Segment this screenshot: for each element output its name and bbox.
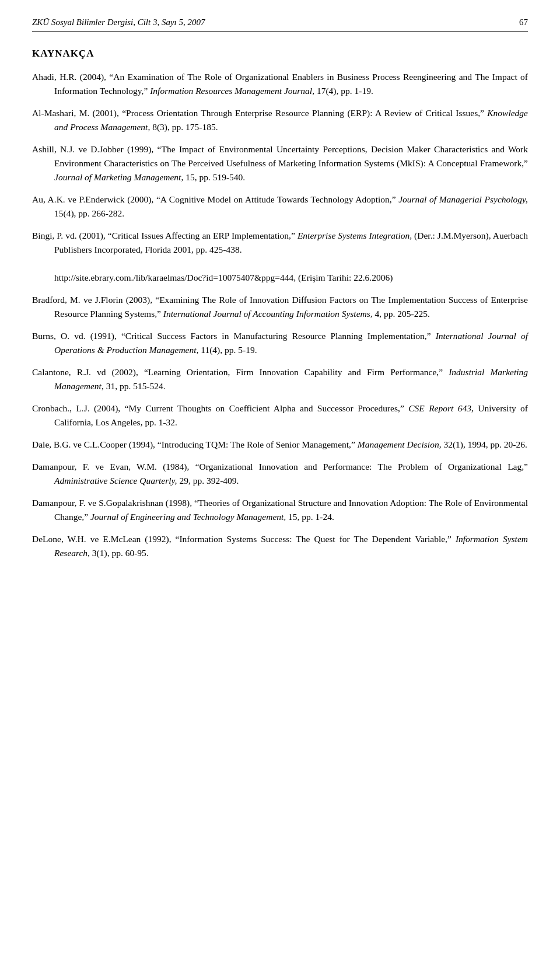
page: ZKÜ Sosyal Bilimler Dergisi, Cilt 3, Say… (0, 0, 560, 957)
ref-damanpour1: Damanpour, F. ve Evan, W.M. (1984), “Org… (32, 460, 528, 488)
ref-bradford: Bradford, M. ve J.Florin (2003), “Examin… (32, 293, 528, 321)
ref-ashill: Ashill, N.J. ve D.Jobber (1999), “The Im… (32, 142, 528, 184)
ref-almashari: Al-Mashari, M. (2001), “Process Orientat… (32, 106, 528, 134)
ref-damanpour2: Damanpour, F. ve S.Gopalakrishnan (1998)… (32, 496, 528, 524)
page-header: ZKÜ Sosyal Bilimler Dergisi, Cilt 3, Say… (32, 18, 528, 32)
ref-cronbach: Cronbach., L.J. (2004), “My Current Thou… (32, 401, 528, 429)
ref-dale: Dale, B.G. ve C.L.Cooper (1994), “Introd… (32, 438, 528, 452)
ref-au: Au, A.K. ve P.Enderwick (2000), “A Cogni… (32, 193, 528, 221)
section-title: KAYNAKÇA (32, 48, 528, 60)
page-number: 67 (519, 18, 528, 27)
references-list: Ahadi, H.R. (2004), “An Examination of T… (32, 70, 528, 560)
ref-calantone: Calantone, R.J. vd (2002), “Learning Ori… (32, 365, 528, 393)
journal-title: ZKÜ Sosyal Bilimler Dergisi, Cilt 3, Say… (32, 18, 205, 27)
ref-bingi: Bingi, P. vd. (2001), “Critical Issues A… (32, 229, 528, 285)
ref-ahadi: Ahadi, H.R. (2004), “An Examination of T… (32, 70, 528, 98)
ref-delone: DeLone, W.H. ve E.McLean (1992), “Inform… (32, 532, 528, 560)
ref-burns: Burns, O. vd. (1991), “Critical Success … (32, 329, 528, 357)
